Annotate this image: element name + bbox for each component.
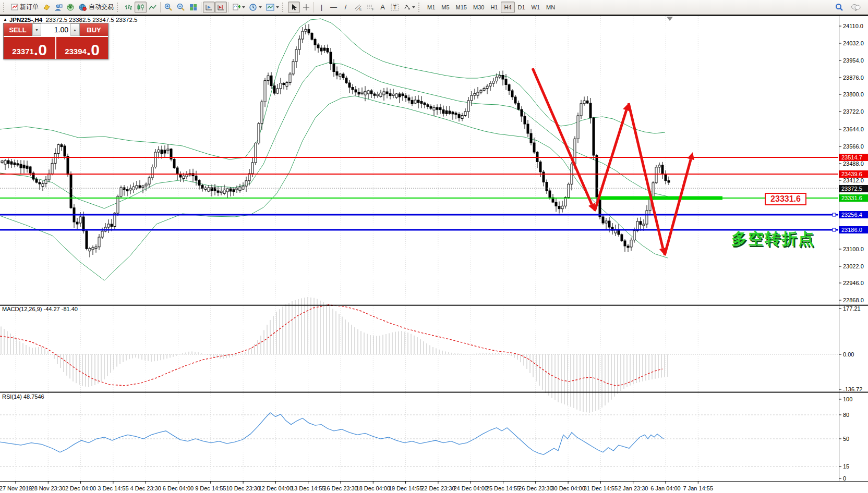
- chevron-down-icon: [259, 6, 262, 10]
- new-order-button[interactable]: 新订单: [9, 2, 41, 13]
- time-tick-label: 10 Dec 23:30: [226, 485, 260, 491]
- time-tick-label: 16 Dec 23:30: [323, 485, 357, 491]
- rsi-tick-label: 0: [843, 475, 846, 482]
- label-tool-button[interactable]: T: [389, 2, 401, 13]
- time-tick-label: 3 Dec 14:55: [98, 485, 128, 491]
- time-tick-label: 18 Dec 04:00: [356, 485, 390, 491]
- zoom-in-button[interactable]: [162, 2, 175, 13]
- volume-input[interactable]: [41, 23, 70, 36]
- zoom-out-button[interactable]: [175, 2, 187, 13]
- price-tick-label: 23876.0: [843, 75, 864, 81]
- channel-tool-button[interactable]: E: [352, 2, 364, 13]
- time-tick-label: 12 Dec 04:00: [259, 485, 293, 491]
- profile-icon: [55, 4, 63, 11]
- text-icon: A: [380, 4, 385, 10]
- vline-tool-button[interactable]: |: [316, 2, 328, 13]
- shift-chart-button[interactable]: [215, 2, 227, 13]
- time-tick-label: 2 Dec 04:00: [65, 485, 96, 491]
- autotrade-button[interactable]: 自动交易: [77, 2, 116, 13]
- sell-button[interactable]: SELL: [4, 23, 32, 36]
- price-tick-label: 23412.0: [843, 177, 864, 183]
- indicators-icon: [233, 4, 240, 11]
- buy-price-display[interactable]: 23394.0: [56, 37, 108, 59]
- line-chart-button[interactable]: [147, 2, 159, 13]
- channel-icon: E: [354, 4, 362, 11]
- bar-chart-icon: [125, 4, 132, 11]
- collapse-icon[interactable]: ▲: [3, 17, 7, 22]
- label-icon: T: [391, 4, 399, 11]
- svg-text:23331.6: 23331.6: [841, 195, 862, 201]
- timeframe-MN[interactable]: MN: [543, 2, 558, 13]
- chart-header: ▲JPN225-,H4 23372.5 23382.5 23347.5 2337…: [3, 17, 137, 23]
- price-tick-label: 23022.0: [843, 263, 864, 269]
- trendline-tool-button[interactable]: /: [340, 2, 352, 13]
- macd-label: MACD(12,26,9) -44.27 -81.40: [2, 306, 78, 312]
- timeframe-M5[interactable]: M5: [438, 2, 452, 13]
- macd-tick-label: 177.21: [843, 305, 861, 312]
- volume-decrease-button[interactable]: ▼: [32, 23, 41, 36]
- time-tick-label: 30 Dec 04:00: [551, 485, 585, 491]
- arrows-tool-button[interactable]: [401, 2, 417, 13]
- toolbar-grip[interactable]: [3, 3, 6, 12]
- cursor-icon: [291, 4, 297, 11]
- time-tick-label: 4 Dec 23:30: [130, 485, 161, 491]
- crosshair-button[interactable]: [300, 2, 312, 13]
- text-tool-button[interactable]: A: [377, 2, 389, 13]
- price-annotation-box[interactable]: 23331.6: [765, 193, 806, 205]
- time-tick-label: 22 Dec 23:30: [421, 485, 455, 491]
- crosshair-icon: [303, 4, 310, 11]
- chat-button[interactable]: [849, 2, 863, 13]
- period-button[interactable]: [247, 2, 264, 13]
- hline-tool-button[interactable]: —: [328, 2, 340, 13]
- price-tag: 23256.4: [839, 211, 868, 218]
- toolbar-grip[interactable]: [117, 3, 120, 12]
- indicators-button[interactable]: [231, 2, 247, 13]
- hline-icon: —: [330, 4, 337, 10]
- timeframe-M1[interactable]: M1: [424, 2, 438, 13]
- time-tick-label: 9 Dec 14:55: [195, 485, 226, 491]
- timeframe-W1[interactable]: W1: [528, 2, 544, 13]
- thick-green-segment[interactable]: [600, 196, 722, 200]
- volume-increase-button[interactable]: ▲: [70, 23, 79, 36]
- timeframe-M15[interactable]: M15: [453, 2, 470, 13]
- fibonacci-tool-button[interactable]: F: [364, 2, 377, 13]
- sell-price-display[interactable]: 23371.0: [4, 37, 55, 59]
- chevron-down-icon: [412, 6, 415, 10]
- history-button[interactable]: [41, 2, 53, 13]
- svg-text:E: E: [359, 7, 362, 11]
- cursor-button[interactable]: [288, 2, 300, 13]
- zoom-in-icon: [164, 3, 173, 11]
- buy-button[interactable]: BUY: [80, 23, 108, 36]
- toolbar-grip[interactable]: [282, 3, 285, 12]
- signal-icon: [67, 4, 75, 11]
- macd-tick-label: 0.00: [843, 351, 854, 358]
- tile-windows-button[interactable]: [187, 2, 199, 13]
- price-tick-label: 23954.0: [843, 57, 864, 64]
- timeframe-H4[interactable]: H4: [501, 2, 514, 13]
- template-button[interactable]: [264, 2, 281, 13]
- chevron-down-icon: [276, 6, 279, 10]
- candlestick-button[interactable]: [135, 2, 147, 13]
- timeframe-M30[interactable]: M30: [470, 2, 487, 13]
- search-icon: [835, 3, 843, 11]
- timeframe-group: M1M5M15M30H1H4D1W1MN: [424, 2, 558, 13]
- profile-button[interactable]: [53, 2, 65, 13]
- timeframe-H1[interactable]: H1: [487, 2, 501, 13]
- svg-text:T: T: [393, 5, 396, 10]
- signal-button[interactable]: [65, 2, 77, 13]
- price-tick-label: 23488.0: [843, 161, 864, 167]
- svg-text:23439.6: 23439.6: [841, 171, 862, 177]
- chart-shift-marker[interactable]: [667, 17, 673, 21]
- toolbar-grip[interactable]: [418, 3, 421, 12]
- svg-text:F: F: [372, 7, 374, 11]
- shift-end-button[interactable]: [203, 2, 215, 13]
- bar-chart-button[interactable]: [123, 2, 135, 13]
- price-tag: 23186.0: [839, 226, 868, 233]
- rsi-tick-label: 80: [843, 412, 849, 418]
- price-tag: 23514.7: [839, 154, 868, 161]
- search-button[interactable]: [833, 2, 846, 13]
- price-tag: 23372.5: [839, 185, 868, 192]
- price-tick-label: 22946.0: [843, 280, 864, 286]
- timeframe-D1[interactable]: D1: [515, 2, 528, 13]
- price-tick-label: 22868.0: [843, 297, 864, 303]
